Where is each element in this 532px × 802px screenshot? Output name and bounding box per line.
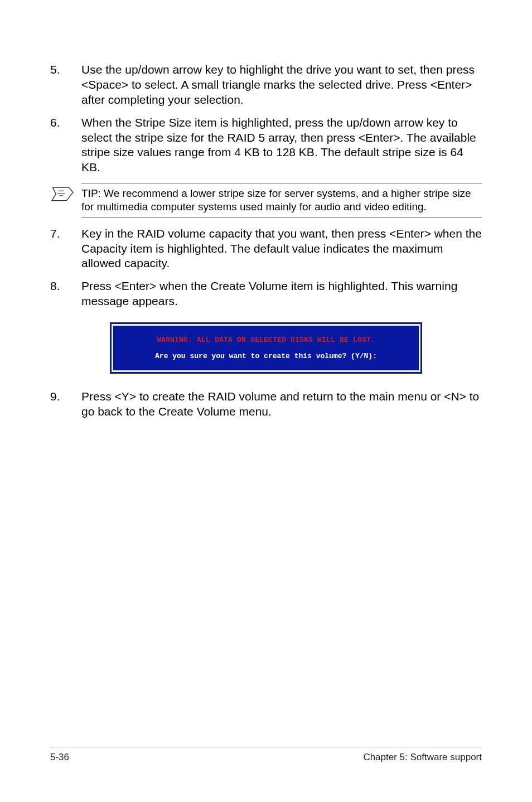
step-text: Press <Enter> when the Create Volume ite…: [81, 279, 482, 309]
tip-text: TIP: We recommend a lower stripe size fo…: [81, 183, 482, 218]
step-number: 8.: [50, 279, 81, 309]
step-number: 5.: [50, 62, 81, 108]
step-number: 6.: [50, 115, 81, 176]
step-number: 9.: [50, 389, 81, 419]
terminal-prompt: Are you sure you want to create this vol…: [120, 352, 412, 360]
page-footer: 5-36 Chapter 5: Software support: [50, 747, 482, 763]
step-text: When the Stripe Size item is highlighted…: [81, 115, 482, 176]
step-text: Press <Y> to create the RAID volume and …: [81, 389, 482, 419]
note-icon: [50, 183, 81, 205]
tip-callout: TIP: We recommend a lower stripe size fo…: [50, 183, 482, 218]
step-9: 9. Press <Y> to create the RAID volume a…: [50, 389, 482, 419]
chapter-label: Chapter 5: Software support: [363, 752, 482, 763]
page-number: 5-36: [50, 752, 69, 763]
page: 5. Use the up/down arrow key to highligh…: [0, 0, 532, 802]
step-8: 8. Press <Enter> when the Create Volume …: [50, 279, 482, 309]
terminal-screenshot: WARNING: ALL DATA ON SELECTED DISKS WILL…: [50, 322, 482, 374]
step-text: Use the up/down arrow key to highlight t…: [81, 62, 482, 108]
step-7: 7. Key in the RAID volume capacity that …: [50, 226, 482, 272]
terminal-warning: WARNING: ALL DATA ON SELECTED DISKS WILL…: [120, 336, 412, 344]
step-6: 6. When the Stripe Size item is highligh…: [50, 115, 482, 176]
terminal-inner: WARNING: ALL DATA ON SELECTED DISKS WILL…: [113, 326, 419, 370]
terminal-outer-border: WARNING: ALL DATA ON SELECTED DISKS WILL…: [110, 322, 422, 374]
content: 5. Use the up/down arrow key to highligh…: [50, 62, 482, 419]
step-number: 7.: [50, 226, 81, 272]
step-text: Key in the RAID volume capacity that you…: [81, 226, 482, 272]
step-5: 5. Use the up/down arrow key to highligh…: [50, 62, 482, 108]
